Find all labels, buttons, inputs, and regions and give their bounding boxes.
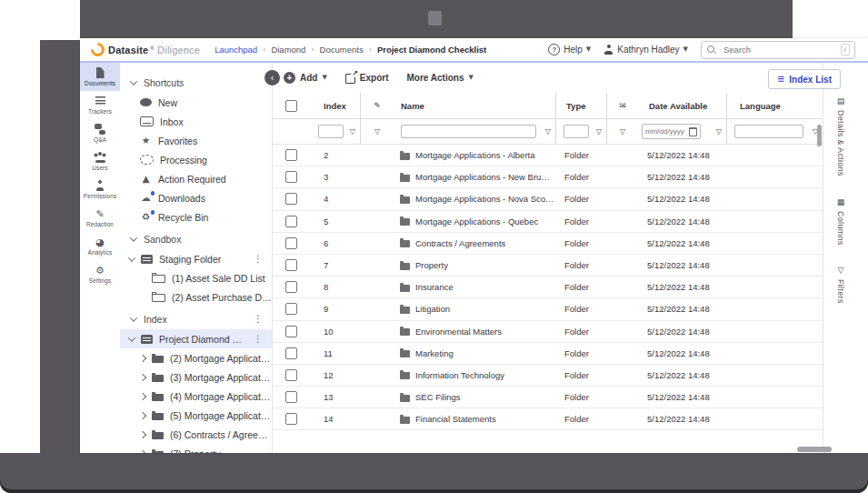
row-checkbox[interactable]: [285, 149, 297, 161]
date-filter-input[interactable]: [645, 127, 687, 136]
row-checkbox[interactable]: [285, 413, 297, 425]
export-button[interactable]: Export: [345, 72, 389, 84]
add-button[interactable]: + Add ▼: [284, 72, 327, 84]
chevron-right-icon[interactable]: [139, 392, 146, 399]
tree-section-shortcuts[interactable]: Shortcuts: [120, 73, 272, 93]
column-header-date-available[interactable]: Date Available: [638, 93, 726, 118]
tree-item-3-mortgage-applications-n[interactable]: (3) Mortgage Applications - N...: [120, 367, 272, 387]
rail-item-documents[interactable]: Documents: [80, 63, 120, 91]
vertical-scrollbar[interactable]: [816, 119, 823, 430]
row-checkbox[interactable]: [285, 281, 297, 293]
row-checkbox[interactable]: [285, 193, 297, 205]
index-list-button[interactable]: ≡ Index List: [768, 69, 841, 89]
user-menu[interactable]: Kathryn Hadley ▼: [604, 45, 688, 55]
row-name-cell[interactable]: Insurance: [393, 277, 554, 297]
select-all-checkbox[interactable]: [285, 100, 297, 112]
side-tab-columns[interactable]: ▦Columns: [831, 198, 851, 246]
table-row[interactable]: 2Mortgage Applications - AlbertaFolder5/…: [273, 145, 823, 166]
chevron-down-icon[interactable]: [128, 334, 135, 341]
row-name-cell[interactable]: Financial Statements: [393, 408, 554, 429]
chevron-right-icon[interactable]: [139, 411, 146, 418]
column-header-mail[interactable]: ✉: [606, 93, 638, 118]
filter-icon[interactable]: ▽: [545, 128, 551, 136]
back-button[interactable]: ‹: [264, 70, 280, 86]
row-name-cell[interactable]: Mortgage Applications - New Brunswi...: [393, 166, 554, 187]
rail-item-q-a[interactable]: Q&A: [80, 119, 120, 147]
row-checkbox[interactable]: [285, 347, 297, 359]
tree-item-2-mortgage-applications-al[interactable]: (2) Mortgage Applications - Al...: [120, 348, 272, 367]
row-name-cell[interactable]: Mortgage Applications - Quebec: [393, 211, 554, 232]
chevron-right-icon[interactable]: [139, 373, 146, 380]
rail-item-analytics[interactable]: ◕Analytics: [80, 232, 120, 260]
table-row[interactable]: 12Information TechnologyFolder5/12/2022 …: [273, 365, 823, 387]
rail-item-redaction[interactable]: ✎Redaction: [80, 204, 120, 232]
row-checkbox[interactable]: [285, 259, 297, 271]
horizontal-scrollbar-thumb[interactable]: [797, 447, 832, 452]
side-tab-filters[interactable]: ▽Filters: [831, 267, 851, 304]
tree-item-processing[interactable]: Processing: [120, 150, 272, 169]
table-row[interactable]: 11MarketingFolder5/12/2022 14:48: [273, 343, 823, 365]
table-row[interactable]: 3Mortgage Applications - New Brunswi...F…: [273, 166, 823, 188]
chevron-right-icon[interactable]: [139, 354, 146, 361]
tree-item-recycle-bin[interactable]: ♻Recycle Bin: [120, 207, 272, 226]
filter-icon[interactable]: ▽: [620, 128, 625, 136]
tree-item-project-diamond-checklist[interactable]: Project Diamond Checklist⋮: [120, 329, 272, 348]
breadcrumb-item-documents[interactable]: Documents: [320, 45, 364, 55]
name-filter-input[interactable]: [401, 125, 536, 138]
type-filter-input[interactable]: [564, 125, 589, 138]
column-header-edit[interactable]: ✎: [360, 93, 394, 118]
tree-section-index[interactable]: Index⋮: [120, 309, 272, 329]
row-name-cell[interactable]: Contracts / Agreements: [393, 233, 554, 254]
row-name-cell[interactable]: Mortgage Applications - Nova Scotia: [393, 188, 554, 209]
column-header-language[interactable]: Language: [726, 93, 823, 118]
date-filter-box[interactable]: [642, 124, 701, 139]
tree-item-4-mortgage-applications-n[interactable]: (4) Mortgage Applications - N...: [120, 387, 272, 406]
tree-item-new[interactable]: New: [120, 93, 272, 112]
language-filter-input[interactable]: [734, 125, 803, 138]
table-row[interactable]: 14Financial StatementsFolder5/12/2022 14…: [273, 408, 823, 430]
rail-item-settings[interactable]: ⚙Settings: [80, 260, 120, 288]
column-header-name[interactable]: Name: [394, 93, 555, 118]
index-filter-input[interactable]: [318, 125, 344, 138]
row-checkbox[interactable]: [285, 326, 297, 337]
tree-item-favorites[interactable]: ★Favorites: [120, 131, 272, 150]
chevron-down-icon[interactable]: [128, 254, 135, 261]
column-header-type[interactable]: Type: [555, 93, 606, 118]
help-menu[interactable]: ? Help ▼: [548, 44, 591, 55]
table-row[interactable]: 9LitigationFolder5/12/2022 14:48: [273, 298, 823, 320]
tree-item-1-asset-sale-dd-list[interactable]: (1) Asset Sale DD List: [120, 268, 272, 287]
row-name-cell[interactable]: Information Technology: [393, 365, 554, 386]
table-row[interactable]: 13SEC FilingsFolder5/12/2022 14:48: [273, 387, 823, 408]
row-checkbox[interactable]: [285, 369, 297, 381]
table-row[interactable]: 8InsuranceFolder5/12/2022 14:48: [273, 277, 823, 298]
row-checkbox[interactable]: [285, 237, 297, 249]
chevron-right-icon[interactable]: [139, 449, 146, 453]
table-row[interactable]: 7PropertyFolder5/12/2022 14:48: [273, 255, 823, 277]
row-checkbox[interactable]: [285, 216, 297, 227]
tree-item-6-contracts-agreements[interactable]: (6) Contracts / Agreements: [120, 425, 272, 444]
row-name-cell[interactable]: Environmental Matters: [393, 321, 554, 342]
side-tab-details-actions[interactable]: ▤Details & Actions: [831, 97, 851, 176]
column-header-index[interactable]: Index: [309, 93, 360, 118]
tree-section-sandbox[interactable]: Sandbox: [120, 229, 272, 249]
table-row[interactable]: 4Mortgage Applications - Nova ScotiaFold…: [273, 188, 823, 210]
filter-icon[interactable]: ▽: [596, 128, 602, 136]
tree-item-downloads[interactable]: ☁Downloads: [120, 188, 272, 207]
row-name-cell[interactable]: Property: [393, 255, 554, 276]
row-checkbox[interactable]: [285, 303, 297, 315]
filter-icon[interactable]: ▽: [350, 128, 355, 136]
row-name-cell[interactable]: Marketing: [393, 343, 554, 364]
tree-item-5-mortgage-applications-q[interactable]: (5) Mortgage Applications - Q...: [120, 406, 272, 425]
table-row[interactable]: 5Mortgage Applications - QuebecFolder5/1…: [273, 211, 823, 233]
kebab-menu-icon[interactable]: ⋮: [254, 255, 272, 264]
kebab-menu-icon[interactable]: ⋮: [254, 335, 272, 344]
table-row[interactable]: 10Environmental MattersFolder5/12/2022 1…: [273, 321, 823, 343]
tree-item-7-property[interactable]: (7) Property: [120, 444, 272, 453]
vertical-scrollbar-thumb[interactable]: [817, 125, 822, 146]
row-checkbox[interactable]: [285, 171, 297, 183]
tree-item-action-required[interactable]: ▲Action Required: [120, 169, 272, 188]
row-name-cell[interactable]: SEC Filings: [393, 387, 554, 407]
filter-icon[interactable]: ▽: [374, 128, 380, 136]
tree-item-staging-folder[interactable]: Staging Folder⋮: [120, 249, 272, 268]
search-box[interactable]: /: [701, 41, 855, 59]
